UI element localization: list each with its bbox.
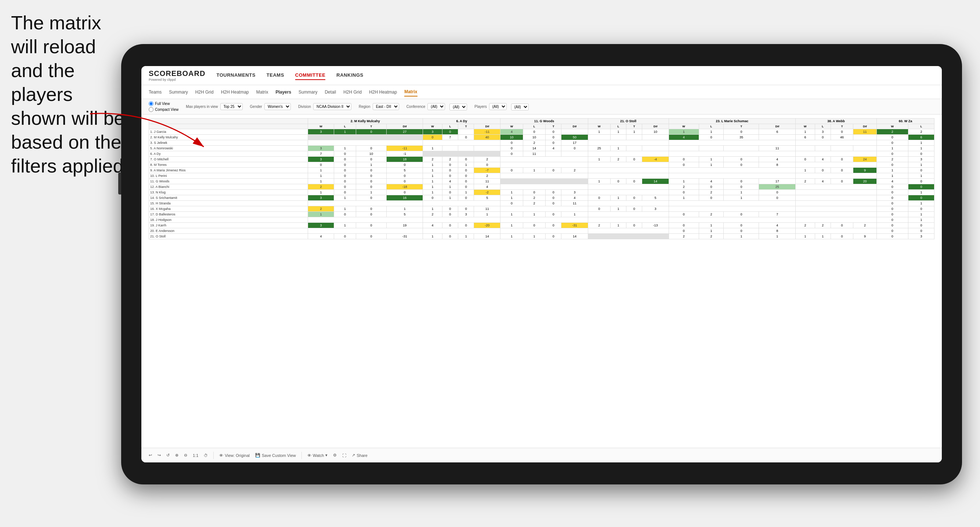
share-icon: ↗ <box>352 453 355 458</box>
table-row: 16. X Mcgaha 2101 10011 0103 00 <box>149 206 934 212</box>
table-row: 10. L Perini 1000 1002 11 <box>149 173 934 179</box>
sub-h-w5: W <box>669 124 699 129</box>
table-row: 20. E Andersson 0108 00 <box>149 228 934 234</box>
sub-h-w3: W <box>501 124 523 129</box>
table-row: 18. J Hodgson 01 <box>149 217 934 223</box>
full-view-radio[interactable] <box>149 101 153 106</box>
conference-filter: Conference (All) (All) <box>406 103 468 111</box>
sub-h-dif6: Dif <box>853 124 877 129</box>
top-navigation: SCOREBOARD Powered by clippd TOURNAMENTS… <box>142 66 942 85</box>
players-label: Players <box>474 105 487 109</box>
player-name: 2. M Kelly Mulcahy <box>149 135 308 140</box>
player-name: 21. O Stoll <box>149 234 308 239</box>
sub-h-l4: L <box>610 124 626 129</box>
compact-view-option[interactable]: Compact View <box>149 107 178 112</box>
sub-h-dif2: Dif <box>474 124 501 129</box>
table-row: 7. O Mitchell 30018 2202 120-4 0104 0402… <box>149 157 934 162</box>
table-row: 6. A Dy 7010-1 011 00 <box>149 151 934 157</box>
nav-tournaments[interactable]: TOURNAMENTS <box>216 71 255 80</box>
table-row: 3. S Jelinek 02017 01 <box>149 140 934 146</box>
redo-button[interactable]: ↪ <box>158 453 161 458</box>
player-name: 10. L Perini <box>149 173 308 179</box>
col-header-mulcahy: 2. M Kelly Mulcahy <box>308 119 423 124</box>
table-row: 1. J Garcia 31027 30-11 400 11110 1106 1… <box>149 129 934 135</box>
sub-h-w6: W <box>795 124 815 129</box>
players-filter: Players (All) (All) <box>474 103 528 111</box>
sub-nav-summary[interactable]: Summary <box>169 88 188 96</box>
expand-button[interactable]: ⛶ <box>342 453 346 458</box>
sub-h-l5: L <box>699 124 724 129</box>
table-row: 13. N Klug 1010 101-2 1003 0210 01 <box>149 190 934 195</box>
annotation-text: The matrix will reload and the players s… <box>11 11 129 178</box>
players-select2[interactable]: (All) <box>511 103 529 111</box>
sub-nav-h2h-grid[interactable]: H2H Grid <box>195 88 214 96</box>
player-name: 6. A Dy <box>149 151 308 157</box>
table-row: 11. G Woods 1000 14011 10014 14017 24020… <box>149 179 934 184</box>
sub-nav-matrix2[interactable]: Matrix <box>404 88 417 97</box>
nav-rankings[interactable]: RANKINGS <box>336 71 363 80</box>
share-label: Share <box>356 453 367 458</box>
sub-nav-players[interactable]: Players <box>275 88 291 96</box>
view-options: Full View Compact View <box>149 101 178 112</box>
division-label: Division <box>298 105 311 109</box>
watch-icon: 👁 <box>307 453 311 458</box>
player-name: 5. A Nomrowski <box>149 146 308 151</box>
sub-nav-h2h-heatmap2[interactable]: H2H Heatmap <box>369 88 397 96</box>
watch-button[interactable]: 👁 Watch ▾ <box>307 453 328 458</box>
table-row: 19. J Karrh 31019 400-20 100-31 210-13 0… <box>149 223 934 228</box>
nav-teams[interactable]: TEAMS <box>267 71 284 80</box>
sub-h-t4: T <box>627 124 642 129</box>
region-filter: Region East - DII (All) <box>359 103 399 110</box>
row-header-empty <box>149 119 308 124</box>
zoom-reset-button[interactable]: 1:1 <box>193 453 198 458</box>
sub-nav-summary2[interactable]: Summary <box>299 88 317 96</box>
player-name: 8. M Torres <box>149 162 308 168</box>
conference-label: Conference <box>406 105 426 109</box>
tablet-screen: SCOREBOARD Powered by clippd TOURNAMENTS… <box>142 66 942 462</box>
max-players-select[interactable]: Top 25 <box>220 103 243 110</box>
full-view-option[interactable]: Full View <box>149 101 178 106</box>
conference-select2[interactable]: (All) <box>449 103 467 111</box>
sub-nav-matrix[interactable]: Matrix <box>256 88 269 96</box>
zoom-out-button[interactable]: ⊖ <box>184 453 187 458</box>
nav-items: TOURNAMENTS TEAMS COMMITTEE RANKINGS <box>216 71 363 80</box>
reset-button[interactable]: ↺ <box>166 453 170 458</box>
gender-select[interactable]: Women's <box>264 103 291 110</box>
share-button[interactable]: ↗ Share <box>352 453 367 458</box>
logo-area: SCOREBOARD Powered by clippd <box>149 69 205 81</box>
filters-row: Full View Compact View Max players in vi… <box>142 99 942 114</box>
sub-nav-detail[interactable]: Detail <box>325 88 336 96</box>
matrix-table: 2. M Kelly Mulcahy 6. A Dy 11. G Woods 2… <box>149 118 934 239</box>
sub-h-t5: T <box>724 124 759 129</box>
sub-nav-teams[interactable]: Teams <box>149 88 162 96</box>
conference-select[interactable]: (All) <box>427 103 445 110</box>
sub-h-dif3: Dif <box>562 124 588 129</box>
players-select[interactable]: (All) <box>489 103 507 110</box>
undo-button[interactable]: ↩ <box>149 453 152 458</box>
settings-button[interactable]: ⚙ <box>333 453 337 458</box>
sub-nav-h2h-heatmap[interactable]: H2H Heatmap <box>221 88 249 96</box>
view-original-button[interactable]: 👁 View: Original <box>219 453 250 458</box>
zoom-button[interactable]: ⊕ <box>175 453 178 458</box>
sub-h-t1: T <box>356 124 387 129</box>
division-select[interactable]: NCAA Division II <box>313 103 352 110</box>
logo-title: SCOREBOARD <box>149 69 205 78</box>
view-original-label: View: Original <box>225 453 250 458</box>
sub-nav-h2h-grid2[interactable]: H2H Grid <box>343 88 362 96</box>
table-row: 12. A Bianchi 200-18 1104 20025 00 <box>149 184 934 190</box>
save-custom-button[interactable]: 💾 Save Custom View <box>255 453 296 458</box>
player-name: 1. J Garcia <box>149 129 308 135</box>
table-row: 8. M Torres 0010 1010 0108 01 <box>149 162 934 168</box>
sub-h-dif1: Dif <box>387 124 423 129</box>
player-name: 7. O Mitchell <box>149 157 308 162</box>
player-name: 17. D Ballesteros <box>149 212 308 217</box>
compact-view-radio[interactable] <box>149 107 153 112</box>
nav-committee[interactable]: COMMITTEE <box>295 71 326 80</box>
player-name: 18. J Hodgson <box>149 217 308 223</box>
player-name: 12. A Bianchi <box>149 184 308 190</box>
region-select[interactable]: East - DII (All) <box>373 103 399 110</box>
max-players-filter: Max players in view Top 25 <box>186 103 242 110</box>
clock-button[interactable]: ⏱ <box>204 453 208 458</box>
sub-h-l2: L <box>442 124 458 129</box>
table-row: 5. A Nomrowski 310-11 1 01440 251 11 11 <box>149 146 934 151</box>
